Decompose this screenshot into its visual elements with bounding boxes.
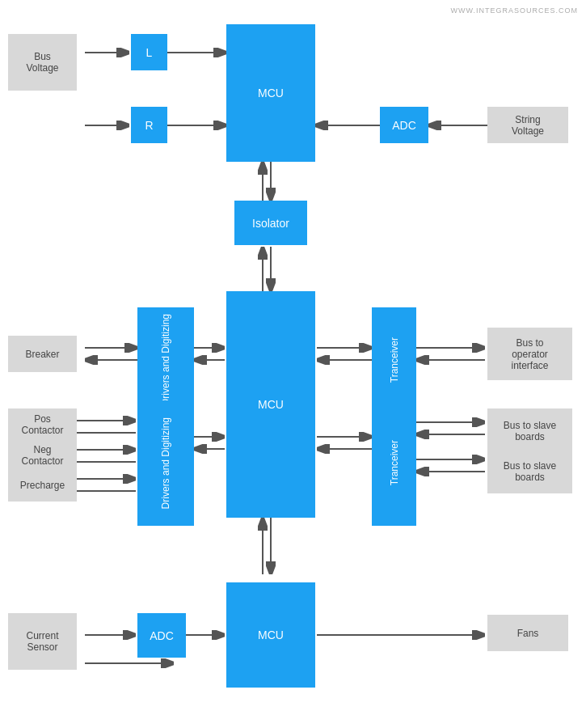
mcu-mid-block: MCU	[226, 291, 315, 518]
adc-bot-block: ADC	[137, 613, 186, 658]
string-voltage-label: String Voltage	[487, 107, 568, 143]
r-block: R	[131, 107, 167, 143]
isolator-block: Isolator	[234, 201, 307, 245]
mcu-top-block: MCU	[226, 24, 315, 162]
l-block: L	[131, 34, 167, 70]
neg-contactor-label: Neg Contactor	[8, 439, 77, 472]
current-sensor-label: Current Sensor	[8, 613, 77, 670]
bus-operator-label: Bus to operator interface	[487, 328, 572, 380]
bus-voltage-label: Bus Voltage	[8, 34, 77, 91]
drivers-top-block: Drivers and Digitizing	[137, 307, 194, 413]
fans-label: Fans	[487, 615, 568, 651]
transceiver-bot-block: Tranceiver	[372, 400, 416, 526]
mcu-bot-block: MCU	[226, 582, 315, 688]
bus-slave2-label: Bus to slave boards	[487, 449, 572, 493]
watermark-text: WWW.INTEGRASOURCES.COM	[451, 6, 579, 15]
bus-slave1-label: Bus to slave boards	[487, 408, 572, 453]
adc-top-block: ADC	[380, 107, 428, 143]
drivers-bot-block: Drivers and Digitizing	[137, 400, 194, 526]
pos-contactor-label: Pos Contactor	[8, 408, 77, 441]
breaker-label: Breaker	[8, 336, 77, 372]
precharge-label: Precharge	[8, 469, 77, 502]
transceiver-top-block: Tranceiver	[372, 307, 416, 413]
